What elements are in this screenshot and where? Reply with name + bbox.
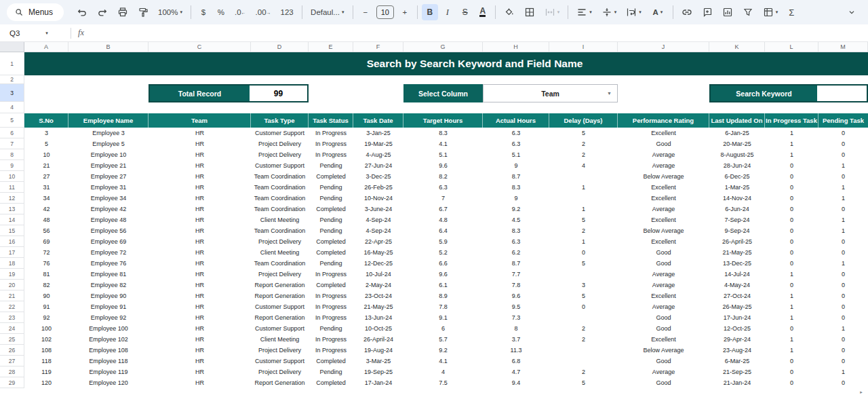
table-cell[interactable]: HR xyxy=(149,345,251,356)
table-header-cell[interactable]: Task Date xyxy=(353,113,403,128)
table-cell[interactable]: 12-Oct-25 xyxy=(709,323,765,334)
table-header-cell[interactable]: Last Updated On xyxy=(709,113,765,128)
table-cell[interactable]: 0 xyxy=(765,236,818,247)
table-cell[interactable]: 8.3 xyxy=(483,225,549,236)
table-cell[interactable]: Project Delivery xyxy=(251,269,309,280)
table-cell[interactable]: 34 xyxy=(24,193,68,204)
table-cell[interactable]: Excellent xyxy=(618,290,709,301)
table-cell[interactable]: Completed xyxy=(309,204,353,214)
table-cell[interactable]: Pending xyxy=(309,182,353,193)
table-cell[interactable]: 26-April-25 xyxy=(709,236,765,247)
table-cell[interactable]: Client Meeting xyxy=(251,214,309,225)
table-cell[interactable]: 6.3 xyxy=(483,128,549,138)
table-cell[interactable]: 1 xyxy=(765,345,818,356)
table-cell[interactable]: Customer Support xyxy=(251,160,309,171)
table-cell[interactable]: 102 xyxy=(24,334,68,345)
table-cell[interactable]: 14-Nov-24 xyxy=(709,193,765,204)
table-cell[interactable]: 3 xyxy=(24,128,68,138)
table-cell[interactable]: 5 xyxy=(549,290,618,301)
vertical-align-button[interactable]: ▾ xyxy=(597,4,621,20)
table-cell[interactable]: 0 xyxy=(818,334,868,345)
table-cell[interactable]: 1-Mar-25 xyxy=(709,182,765,193)
column-header-H[interactable]: H xyxy=(483,42,549,52)
decrease-decimal-button[interactable]: .0← xyxy=(231,4,250,20)
table-cell[interactable]: 2 xyxy=(549,366,618,377)
table-cell[interactable]: 76 xyxy=(24,258,68,269)
table-cell[interactable]: In Progress xyxy=(309,138,353,149)
table-cell[interactable]: Good xyxy=(618,258,709,269)
table-cell[interactable]: Project Delivery xyxy=(251,236,309,247)
table-cell[interactable]: HR xyxy=(149,301,251,312)
table-cell[interactable]: Employee 56 xyxy=(68,225,149,236)
table-cell[interactable]: 0 xyxy=(765,323,818,334)
table-cell[interactable]: 9.6 xyxy=(403,160,483,171)
table-cell[interactable]: HR xyxy=(149,149,251,160)
table-cell[interactable]: HR xyxy=(149,269,251,280)
table-cell[interactable]: 6 xyxy=(403,323,483,334)
table-cell[interactable]: 2 xyxy=(549,323,618,334)
table-cell[interactable]: 9 xyxy=(483,160,549,171)
table-cell[interactable]: 8-August-25 xyxy=(709,149,765,160)
total-record-value[interactable]: 99 xyxy=(250,86,307,101)
table-cell[interactable]: 13-Dec-25 xyxy=(709,258,765,269)
table-cell[interactable]: 0 xyxy=(765,366,818,377)
row-header-20[interactable]: 20 xyxy=(0,280,24,290)
table-cell[interactable]: HR xyxy=(149,356,251,366)
table-cell[interactable]: 72 xyxy=(24,247,68,258)
table-cell[interactable]: 118 xyxy=(24,356,68,366)
more-formats-button[interactable]: 123 xyxy=(277,4,298,20)
table-cell[interactable]: 7.7 xyxy=(483,269,549,280)
table-cell[interactable]: Team Coordination xyxy=(251,182,309,193)
table-cell[interactable]: 0 xyxy=(765,377,818,388)
table-cell[interactable]: 1 xyxy=(818,214,868,225)
table-cell[interactable]: 6.1 xyxy=(403,280,483,290)
table-cell[interactable]: 17-Jan-24 xyxy=(353,377,403,388)
table-cell[interactable]: Employee 82 xyxy=(68,280,149,290)
table-cell[interactable]: Excellent xyxy=(618,182,709,193)
row-header-24[interactable]: 24 xyxy=(0,323,24,334)
table-cell[interactable]: 1 xyxy=(549,236,618,247)
table-cell[interactable]: 56 xyxy=(24,225,68,236)
row-header-3[interactable]: 3 xyxy=(0,84,24,102)
table-cell[interactable]: 19-Aug-24 xyxy=(353,345,403,356)
table-cell[interactable]: Employee 120 xyxy=(68,377,149,388)
table-cell[interactable] xyxy=(549,312,618,323)
table-cell[interactable]: 1 xyxy=(818,193,868,204)
table-cell[interactable]: 7 xyxy=(403,193,483,204)
paint-format-button[interactable] xyxy=(134,4,153,20)
table-cell[interactable]: 5 xyxy=(549,377,618,388)
row-header-23[interactable]: 23 xyxy=(0,312,24,323)
row-header-2[interactable]: 2 xyxy=(0,75,24,84)
table-cell[interactable]: 5 xyxy=(549,214,618,225)
table-cell[interactable]: In Progress xyxy=(309,290,353,301)
table-cell[interactable]: Employee 3 xyxy=(68,128,149,138)
table-cell[interactable]: 0 xyxy=(818,280,868,290)
table-cell[interactable]: 0 xyxy=(818,149,868,160)
insert-link-button[interactable] xyxy=(677,4,696,20)
redo-button[interactable] xyxy=(93,4,112,20)
table-cell[interactable]: 23-Aug-24 xyxy=(709,345,765,356)
table-cell[interactable]: Employee 21 xyxy=(68,160,149,171)
table-cell[interactable]: HR xyxy=(149,366,251,377)
column-header-J[interactable]: J xyxy=(618,42,709,52)
table-cell[interactable]: 8.7 xyxy=(483,171,549,182)
table-cell[interactable]: Employee 34 xyxy=(68,193,149,204)
table-cell[interactable]: Excellent xyxy=(618,128,709,138)
table-cell[interactable]: 0 xyxy=(818,269,868,280)
table-cell[interactable]: 0 xyxy=(765,193,818,204)
table-cell[interactable]: 26-May-25 xyxy=(709,301,765,312)
table-cell[interactable]: Excellent xyxy=(618,214,709,225)
table-cell[interactable]: 9.6 xyxy=(483,290,549,301)
table-cell[interactable]: 1 xyxy=(818,225,868,236)
table-cell[interactable]: Completed xyxy=(309,377,353,388)
table-cell[interactable]: In Progress xyxy=(309,334,353,345)
table-cell[interactable]: 4-May-24 xyxy=(709,280,765,290)
table-cell[interactable]: Good xyxy=(618,323,709,334)
table-cell[interactable]: Customer Support xyxy=(251,323,309,334)
table-cell[interactable]: 1 xyxy=(765,301,818,312)
table-cell[interactable]: HR xyxy=(149,160,251,171)
table-cell[interactable]: 0 xyxy=(818,138,868,149)
table-header-cell[interactable]: Pending Task xyxy=(818,113,868,128)
column-header-K[interactable]: K xyxy=(709,42,765,52)
table-cell[interactable]: 6.7 xyxy=(403,204,483,214)
